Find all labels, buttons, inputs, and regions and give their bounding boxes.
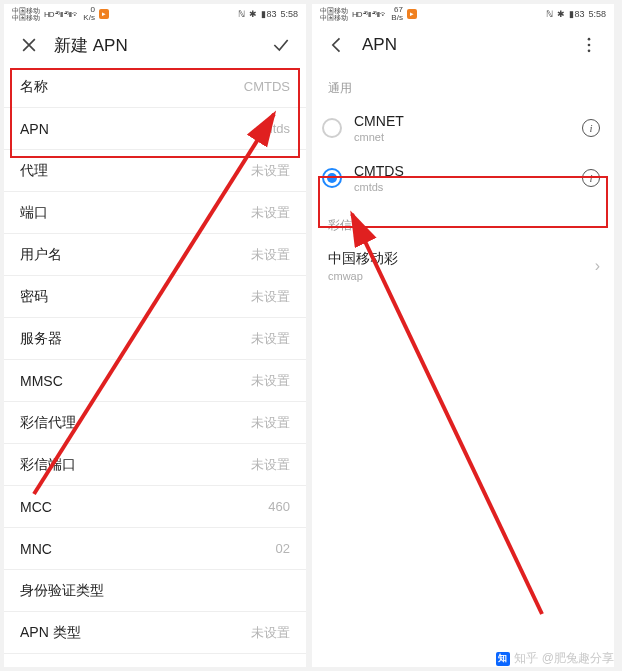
back-icon[interactable] xyxy=(326,34,348,56)
apn-item-cmtds[interactable]: CMTDS cmtds i xyxy=(312,153,614,203)
apn-sub: cmwap xyxy=(328,270,583,282)
page-title: 新建 APN xyxy=(54,34,256,57)
row-mmsc[interactable]: MMSC未设置 xyxy=(4,360,306,402)
row-username[interactable]: 用户名未设置 xyxy=(4,234,306,276)
info-icon[interactable]: i xyxy=(582,169,600,187)
bt-icon: ✱ xyxy=(249,9,257,19)
apn-name: 中国移动彩 xyxy=(328,250,583,268)
row-mms-port[interactable]: 彩信端口未设置 xyxy=(4,444,306,486)
row-port[interactable]: 端口未设置 xyxy=(4,192,306,234)
radio-icon[interactable] xyxy=(322,168,342,188)
section-mms: 彩信 xyxy=(312,203,614,240)
confirm-icon[interactable] xyxy=(270,34,292,56)
row-apn[interactable]: APNcmtds xyxy=(4,108,306,150)
apn-name: CMTDS xyxy=(354,163,570,179)
notif-icon: ▸ xyxy=(407,9,417,19)
row-auth-type[interactable]: 身份验证类型 xyxy=(4,570,306,612)
clock: 5:58 xyxy=(280,9,298,19)
statusbar: 中国移动 中国移动 HD ⁴⁶ ill ⁴⁶ ill ᯤ 67B/s ▸ ℕ ✱… xyxy=(312,4,614,24)
svg-point-3 xyxy=(588,50,591,53)
svg-point-2 xyxy=(588,44,591,47)
row-server[interactable]: 服务器未设置 xyxy=(4,318,306,360)
nfc-icon: ℕ xyxy=(546,9,553,19)
row-mcc[interactable]: MCC460 xyxy=(4,486,306,528)
svg-point-1 xyxy=(588,38,591,41)
row-mms-proxy[interactable]: 彩信代理未设置 xyxy=(4,402,306,444)
row-name[interactable]: 名称CMTDS xyxy=(4,66,306,108)
row-mnc[interactable]: MNC02 xyxy=(4,528,306,570)
chevron-right-icon: › xyxy=(595,257,600,275)
settings-list: 名称CMTDS APNcmtds 代理未设置 端口未设置 用户名未设置 密码未设… xyxy=(4,66,306,654)
phone-left: 中国移动 中国移动 HD ⁴⁶ ill ⁴⁶ ill ᯤ 0K/s ▸ ℕ ✱ … xyxy=(4,4,306,667)
apn-item-cmnet[interactable]: CMNET cmnet i xyxy=(312,103,614,153)
nfc-icon: ℕ xyxy=(238,9,245,19)
section-general: 通用 xyxy=(312,66,614,103)
row-password[interactable]: 密码未设置 xyxy=(4,276,306,318)
apn-sub: cmnet xyxy=(354,131,570,143)
clock: 5:58 xyxy=(588,9,606,19)
notif-icon: ▸ xyxy=(99,9,109,19)
row-proxy[interactable]: 代理未设置 xyxy=(4,150,306,192)
more-icon[interactable] xyxy=(578,34,600,56)
zhihu-icon: 知 xyxy=(496,652,510,666)
bt-icon: ✱ xyxy=(557,9,565,19)
battery-icon: ▮83 xyxy=(569,9,584,19)
page-title: APN xyxy=(362,35,564,55)
battery-icon: ▮83 xyxy=(261,9,276,19)
header: 新建 APN xyxy=(4,24,306,66)
radio-icon[interactable] xyxy=(322,118,342,138)
watermark: 知 知乎 @肥兔趣分享 xyxy=(496,650,614,667)
apn-item-cmwap[interactable]: 中国移动彩 cmwap › xyxy=(312,240,614,292)
row-apn-type[interactable]: APN 类型未设置 xyxy=(4,612,306,654)
header: APN xyxy=(312,24,614,66)
info-icon[interactable]: i xyxy=(582,119,600,137)
apn-sub: cmtds xyxy=(354,181,570,193)
close-icon[interactable] xyxy=(18,34,40,56)
phone-right: 中国移动 中国移动 HD ⁴⁶ ill ⁴⁶ ill ᯤ 67B/s ▸ ℕ ✱… xyxy=(312,4,614,667)
apn-name: CMNET xyxy=(354,113,570,129)
statusbar: 中国移动 中国移动 HD ⁴⁶ ill ⁴⁶ ill ᯤ 0K/s ▸ ℕ ✱ … xyxy=(4,4,306,24)
